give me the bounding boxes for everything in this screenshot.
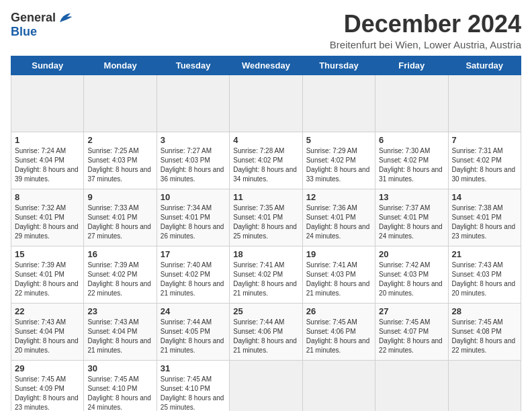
day-info: Sunrise: 7:35 AM Sunset: 4:01 PM Dayligh… (233, 203, 298, 241)
calendar-cell (375, 75, 448, 132)
day-info: Sunrise: 7:45 AM Sunset: 4:10 PM Dayligh… (87, 375, 152, 411)
sunrise-label: Sunrise: 7:29 AM (306, 147, 357, 154)
calendar-cell: 9 Sunrise: 7:33 AM Sunset: 4:01 PM Dayli… (84, 189, 157, 246)
calendar-cell: 4 Sunrise: 7:28 AM Sunset: 4:02 PM Dayli… (230, 132, 302, 189)
day-number: 2 (87, 135, 152, 145)
sunset-label: Sunset: 4:01 PM (15, 214, 64, 221)
daylight-label: Daylight: 8 hours and 30 minutes. (452, 166, 516, 183)
day-info: Sunrise: 7:27 AM Sunset: 4:03 PM Dayligh… (161, 146, 226, 184)
daylight-label: Daylight: 8 hours and 29 minutes. (15, 223, 79, 240)
daylight-label: Daylight: 8 hours and 22 minutes. (452, 337, 516, 354)
day-info: Sunrise: 7:32 AM Sunset: 4:01 PM Dayligh… (15, 203, 80, 241)
sunrise-label: Sunrise: 7:43 AM (452, 261, 503, 269)
day-number: 23 (87, 306, 152, 316)
day-number: 5 (306, 135, 371, 145)
daylight-label: Daylight: 8 hours and 25 minutes. (161, 394, 224, 411)
day-number: 1 (15, 135, 80, 145)
sunrise-label: Sunrise: 7:37 AM (379, 204, 430, 212)
day-number: 20 (379, 249, 444, 259)
sunset-label: Sunset: 4:10 PM (87, 385, 137, 392)
sunset-label: Sunset: 4:03 PM (161, 156, 210, 164)
sunset-label: Sunset: 4:02 PM (306, 156, 356, 164)
daylight-label: Daylight: 8 hours and 37 minutes. (87, 166, 151, 183)
calendar-cell: 30 Sunrise: 7:45 AM Sunset: 4:10 PM Dayl… (84, 360, 157, 411)
calendar-cell (302, 360, 375, 411)
sunrise-label: Sunrise: 7:45 AM (161, 375, 212, 383)
day-info: Sunrise: 7:44 AM Sunset: 4:05 PM Dayligh… (161, 318, 226, 355)
sunset-label: Sunset: 4:08 PM (452, 328, 502, 335)
sunrise-label: Sunrise: 7:28 AM (233, 147, 284, 154)
sunset-label: Sunset: 4:02 PM (379, 156, 429, 164)
sunrise-label: Sunrise: 7:31 AM (452, 147, 503, 154)
day-info: Sunrise: 7:45 AM Sunset: 4:07 PM Dayligh… (379, 318, 444, 355)
calendar-cell: 17 Sunrise: 7:40 AM Sunset: 4:02 PM Dayl… (157, 246, 229, 303)
calendar-week-4: 22 Sunrise: 7:43 AM Sunset: 4:04 PM Dayl… (11, 303, 521, 360)
calendar-cell: 6 Sunrise: 7:30 AM Sunset: 4:02 PM Dayli… (375, 132, 448, 189)
calendar-cell: 8 Sunrise: 7:32 AM Sunset: 4:01 PM Dayli… (11, 189, 84, 246)
sunrise-label: Sunrise: 7:33 AM (87, 204, 138, 212)
sunrise-label: Sunrise: 7:34 AM (161, 204, 212, 212)
sunrise-label: Sunrise: 7:39 AM (87, 261, 138, 269)
sunrise-label: Sunrise: 7:40 AM (161, 261, 212, 269)
day-number: 18 (233, 249, 298, 259)
daylight-label: Daylight: 8 hours and 21 minutes. (233, 280, 297, 297)
day-info: Sunrise: 7:31 AM Sunset: 4:02 PM Dayligh… (452, 146, 517, 184)
sunrise-label: Sunrise: 7:43 AM (15, 318, 66, 326)
col-sunday: Sunday (11, 56, 84, 75)
calendar-cell: 21 Sunrise: 7:43 AM Sunset: 4:03 PM Dayl… (448, 246, 521, 303)
calendar-cell: 1 Sunrise: 7:24 AM Sunset: 4:04 PM Dayli… (11, 132, 84, 189)
calendar-week-0 (11, 75, 521, 132)
day-info: Sunrise: 7:30 AM Sunset: 4:02 PM Dayligh… (379, 146, 444, 184)
sunrise-label: Sunrise: 7:25 AM (87, 147, 138, 154)
day-info: Sunrise: 7:37 AM Sunset: 4:01 PM Dayligh… (379, 203, 444, 241)
sunset-label: Sunset: 4:03 PM (379, 271, 429, 278)
calendar-cell: 22 Sunrise: 7:43 AM Sunset: 4:04 PM Dayl… (11, 303, 84, 360)
calendar-week-5: 29 Sunrise: 7:45 AM Sunset: 4:09 PM Dayl… (11, 360, 521, 411)
logo-general-text: General (11, 11, 56, 25)
day-number: 3 (161, 135, 226, 145)
location-subtitle: Breitenfurt bei Wien, Lower Austria, Aus… (330, 39, 521, 50)
daylight-label: Daylight: 8 hours and 21 minutes. (87, 337, 151, 354)
day-number: 11 (233, 192, 298, 202)
logo: General Blue (11, 11, 73, 39)
sunset-label: Sunset: 4:03 PM (87, 156, 137, 164)
daylight-label: Daylight: 8 hours and 20 minutes. (379, 280, 443, 297)
daylight-label: Daylight: 8 hours and 33 minutes. (306, 166, 370, 183)
daylight-label: Daylight: 8 hours and 36 minutes. (161, 166, 224, 183)
sunrise-label: Sunrise: 7:45 AM (379, 318, 430, 326)
calendar-cell: 29 Sunrise: 7:45 AM Sunset: 4:09 PM Dayl… (11, 360, 84, 411)
day-info: Sunrise: 7:44 AM Sunset: 4:06 PM Dayligh… (233, 318, 298, 355)
sunrise-label: Sunrise: 7:35 AM (233, 204, 284, 212)
sunset-label: Sunset: 4:03 PM (452, 271, 502, 278)
sunrise-label: Sunrise: 7:43 AM (87, 318, 138, 326)
day-info: Sunrise: 7:40 AM Sunset: 4:02 PM Dayligh… (161, 261, 226, 298)
daylight-label: Daylight: 8 hours and 25 minutes. (233, 223, 297, 240)
calendar-cell (448, 360, 521, 411)
daylight-label: Daylight: 8 hours and 21 minutes. (306, 337, 370, 354)
day-info: Sunrise: 7:41 AM Sunset: 4:03 PM Dayligh… (306, 261, 371, 298)
calendar-week-2: 8 Sunrise: 7:32 AM Sunset: 4:01 PM Dayli… (11, 189, 521, 246)
calendar-cell: 15 Sunrise: 7:39 AM Sunset: 4:01 PM Dayl… (11, 246, 84, 303)
daylight-label: Daylight: 8 hours and 21 minutes. (161, 337, 224, 354)
calendar-cell: 27 Sunrise: 7:45 AM Sunset: 4:07 PM Dayl… (375, 303, 448, 360)
calendar-cell (11, 75, 84, 132)
daylight-label: Daylight: 8 hours and 21 minutes. (233, 337, 297, 354)
calendar-cell (230, 360, 302, 411)
sunset-label: Sunset: 4:02 PM (161, 271, 210, 278)
day-number: 16 (87, 249, 152, 259)
sunrise-label: Sunrise: 7:45 AM (87, 375, 138, 383)
day-info: Sunrise: 7:34 AM Sunset: 4:01 PM Dayligh… (161, 203, 226, 241)
sunset-label: Sunset: 4:05 PM (161, 328, 210, 335)
day-info: Sunrise: 7:42 AM Sunset: 4:03 PM Dayligh… (379, 261, 444, 298)
calendar-cell (448, 75, 521, 132)
sunset-label: Sunset: 4:06 PM (306, 328, 356, 335)
calendar-cell (375, 360, 448, 411)
day-info: Sunrise: 7:25 AM Sunset: 4:03 PM Dayligh… (87, 146, 152, 184)
day-number: 29 (15, 363, 80, 373)
sunset-label: Sunset: 4:04 PM (87, 328, 137, 335)
day-number: 7 (452, 135, 517, 145)
daylight-label: Daylight: 8 hours and 22 minutes. (87, 280, 151, 297)
day-info: Sunrise: 7:28 AM Sunset: 4:02 PM Dayligh… (233, 146, 298, 184)
calendar-cell: 20 Sunrise: 7:42 AM Sunset: 4:03 PM Dayl… (375, 246, 448, 303)
day-info: Sunrise: 7:39 AM Sunset: 4:01 PM Dayligh… (15, 261, 80, 298)
